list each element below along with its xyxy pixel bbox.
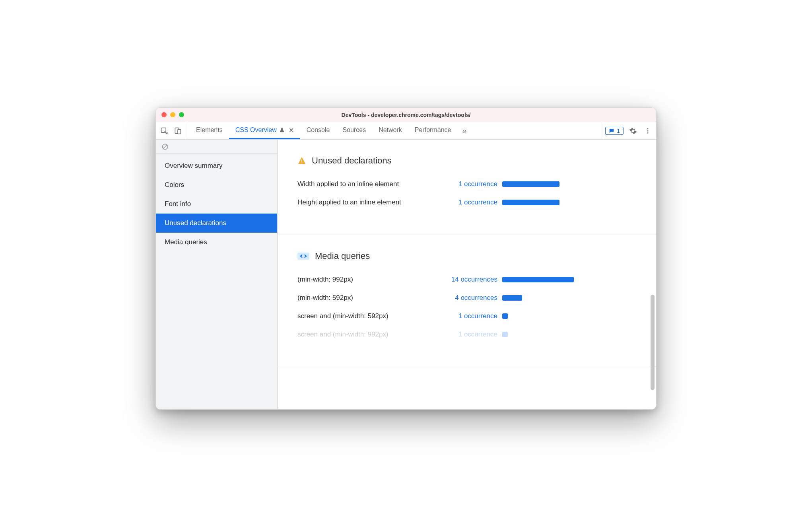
unused-row-label: Height applied to an inline element — [297, 198, 441, 206]
occurrence-link[interactable]: 1 occurrence — [441, 330, 502, 338]
occurrence-link[interactable]: 14 occurrences — [441, 276, 502, 284]
bar — [502, 332, 508, 337]
maximize-window-button[interactable] — [179, 112, 184, 117]
tab-label: Elements — [196, 126, 223, 134]
occurrence-link[interactable]: 1 occurrence — [441, 312, 502, 320]
svg-rect-2 — [178, 129, 181, 134]
sidebar-item-overview-summary[interactable]: Overview summary — [156, 156, 277, 175]
bar — [502, 181, 559, 187]
tab-elements[interactable]: Elements — [190, 122, 229, 139]
media-row: (min-width: 592px) 4 occurrences — [297, 294, 636, 302]
issues-count: 1 — [617, 128, 620, 134]
svg-rect-8 — [301, 163, 302, 163]
devtools-window: DevTools - developer.chrome.com/tags/dev… — [155, 107, 657, 410]
bar — [502, 313, 508, 319]
media-queries-icon — [297, 253, 309, 260]
close-tab-icon[interactable]: ✕ — [287, 126, 294, 134]
bar-wrap — [502, 200, 574, 205]
bar — [502, 200, 559, 205]
tab-label: Network — [379, 126, 402, 134]
media-row-label: screen and (min-width: 992px) — [297, 330, 441, 338]
section-unused-declarations: Unused declarations Width applied to an … — [278, 140, 656, 235]
css-overview-content[interactable]: Unused declarations Width applied to an … — [278, 140, 656, 409]
sidebar-item-label: Colors — [165, 181, 184, 189]
sidebar-item-media-queries[interactable]: Media queries — [156, 233, 277, 252]
media-row: screen and (min-width: 592px) 1 occurren… — [297, 312, 636, 320]
sidebar-item-font-info[interactable]: Font info — [156, 194, 277, 214]
panel-tabs: Elements CSS Overview ✕ Console Sources … — [190, 122, 457, 139]
tab-sources[interactable]: Sources — [336, 122, 372, 139]
tab-label: Performance — [415, 126, 451, 134]
bar — [502, 277, 574, 282]
tab-performance[interactable]: Performance — [408, 122, 458, 139]
svg-point-5 — [647, 132, 649, 133]
traffic-lights — [156, 112, 184, 117]
panel-body: Overview summary Colors Font info Unused… — [156, 140, 656, 409]
tab-network[interactable]: Network — [372, 122, 408, 139]
bar-wrap — [502, 181, 574, 187]
inspect-element-icon[interactable] — [158, 125, 170, 137]
issues-badge[interactable]: 1 — [605, 127, 624, 135]
bar-wrap — [502, 277, 574, 282]
close-window-button[interactable] — [161, 112, 167, 117]
clear-icon — [161, 143, 169, 150]
css-overview-sidebar: Overview summary Colors Font info Unused… — [156, 140, 278, 409]
unused-row-label: Width applied to an inline element — [297, 180, 441, 188]
section-title: Media queries — [315, 251, 370, 261]
bar-wrap — [502, 332, 574, 337]
minimize-window-button[interactable] — [170, 112, 175, 117]
media-row: screen and (min-width: 992px) 1 occurren… — [297, 330, 636, 338]
toolbar-left — [158, 122, 187, 139]
svg-rect-7 — [301, 159, 302, 162]
tab-console[interactable]: Console — [300, 122, 336, 139]
tab-css-overview[interactable]: CSS Overview ✕ — [229, 122, 300, 139]
sidebar-item-label: Overview summary — [165, 162, 222, 169]
unused-row: Height applied to an inline element 1 oc… — [297, 198, 636, 206]
settings-gear-icon[interactable] — [627, 127, 639, 135]
clear-overview-button[interactable] — [156, 140, 277, 154]
experimental-beaker-icon — [279, 127, 285, 133]
unused-row: Width applied to an inline element 1 occ… — [297, 180, 636, 188]
titlebar: DevTools - developer.chrome.com/tags/dev… — [156, 108, 656, 122]
tab-label: Console — [307, 126, 330, 134]
media-row: (min-width: 992px) 14 occurrences — [297, 276, 636, 284]
section-media-queries: Media queries (min-width: 992px) 14 occu… — [278, 235, 656, 367]
sidebar-item-label: Media queries — [165, 238, 207, 246]
section-title: Unused declarations — [312, 155, 392, 166]
window-title: DevTools - developer.chrome.com/tags/dev… — [156, 112, 656, 118]
occurrence-link[interactable]: 1 occurrence — [441, 180, 502, 188]
sidebar-item-colors[interactable]: Colors — [156, 175, 277, 194]
sidebar-item-label: Unused declarations — [165, 219, 226, 227]
bar-wrap — [502, 313, 574, 319]
section-heading: Unused declarations — [297, 155, 636, 166]
section-heading: Media queries — [297, 251, 636, 261]
sidebar-item-unused-declarations[interactable]: Unused declarations — [156, 214, 277, 233]
devtools-tabbar: Elements CSS Overview ✕ Console Sources … — [156, 122, 656, 140]
more-tabs-chevron-icon[interactable]: » — [457, 126, 471, 135]
sidebar-item-label: Font info — [165, 200, 191, 208]
bar-wrap — [502, 295, 574, 301]
media-row-label: (min-width: 592px) — [297, 294, 441, 302]
occurrence-link[interactable]: 4 occurrences — [441, 294, 502, 302]
device-toolbar-icon[interactable] — [172, 125, 184, 137]
message-icon — [609, 128, 614, 134]
more-options-kebab-icon[interactable] — [643, 127, 653, 134]
sidebar-nav: Overview summary Colors Font info Unused… — [156, 154, 277, 252]
toolbar-right: 1 — [602, 122, 653, 139]
bar — [502, 295, 522, 301]
scrollbar-thumb[interactable] — [651, 295, 655, 390]
media-row-label: screen and (min-width: 592px) — [297, 312, 441, 320]
svg-point-4 — [647, 130, 649, 131]
tab-label: Sources — [342, 126, 366, 134]
tab-label: CSS Overview — [235, 126, 277, 134]
svg-point-3 — [647, 128, 649, 129]
occurrence-link[interactable]: 1 occurrence — [441, 198, 502, 206]
warning-triangle-icon — [297, 156, 306, 165]
media-row-label: (min-width: 992px) — [297, 276, 441, 284]
